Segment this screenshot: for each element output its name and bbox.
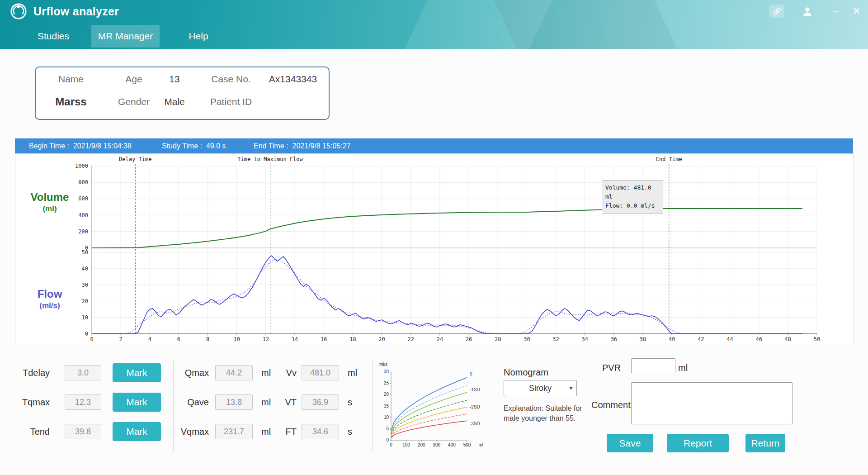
svg-text:4: 4 [148,336,151,342]
svg-text:2: 2 [119,336,123,342]
vv-label: Vv [264,367,297,379]
vv-value: 481.0 [302,365,339,380]
qave-label: Qave [176,396,209,408]
patient-gender-value: Male [164,96,185,107]
mark-tend-button[interactable]: Mark [113,422,161,441]
svg-text:12: 12 [263,336,269,342]
qmax-value: 44.2 [215,365,253,380]
svg-text:600: 600 [78,195,88,202]
save-button[interactable]: Save [607,434,653,452]
uroflow-chart[interactable]: 0246810121416182022242628303234363840424… [15,154,854,344]
svg-text:800: 800 [78,179,88,185]
svg-text:28: 28 [495,336,501,342]
svg-text:22: 22 [408,336,414,342]
vt-label: VT [264,396,297,408]
ft-value: 34.6 [302,424,339,439]
qave-value: 13.8 [215,394,253,410]
pvr-input[interactable] [631,358,675,373]
svg-text:8: 8 [206,336,209,342]
svg-text:1000: 1000 [75,163,88,169]
patient-case-label: Case No. [211,74,251,85]
vt-value: 36.9 [302,394,339,410]
return-button[interactable]: Return [745,434,785,452]
nomogram-select[interactable]: Siroky ▾ [504,380,577,396]
ft-unit: s [348,426,352,437]
nomogram-selected-value: Siroky [529,384,552,393]
svg-text:Delay Time: Delay Time [119,156,151,162]
svg-text:20: 20 [378,336,385,342]
svg-text:0: 0 [85,331,88,337]
menu-mr-manager[interactable]: MR Manager [91,25,160,48]
svg-text:200: 200 [78,228,88,235]
svg-text:30: 30 [524,336,530,342]
tdelay-value: 3.0 [65,365,101,380]
tend-label: Tend [17,426,50,437]
vv-unit: ml [348,367,357,379]
tooltip-volume: Volume: 481.0 ml [605,183,660,201]
study-time: Study Time :49.0 s [162,138,226,153]
volume-axis-title: Volume [24,191,75,204]
patient-age-value: 13 [169,74,179,85]
svg-text:26: 26 [466,336,472,342]
patient-name-label: Name [58,74,84,85]
app-logo-icon [9,2,28,21]
comments-textarea[interactable] [631,382,793,424]
svg-text:50: 50 [814,336,820,342]
svg-text:24: 24 [437,336,443,342]
svg-text:0: 0 [470,371,472,376]
mark-tdelay-button[interactable]: Mark [113,363,161,382]
pvr-unit: ml [678,362,688,374]
title-bar: Urflow analyzer – × Studies MR Manager H… [0,0,868,49]
comments-label: Comments [591,399,635,411]
svg-text:6: 6 [177,336,180,342]
study-time-bar: Begin Time :2021/9/8 15:04:38 Study Time… [15,138,853,153]
svg-text:32: 32 [552,336,559,342]
nomogram-title: Nomogram [504,366,548,378]
svg-text:0: 0 [386,437,389,442]
svg-text:38: 38 [640,336,646,342]
app-title: Urflow analyzer [33,5,119,18]
svg-text:10: 10 [234,336,240,342]
nomogram-chart: 0510152025300100200300400500ml/sml0-1SD-… [377,359,495,451]
tooltip-flow: Flow: 0.0 ml/s [605,201,660,210]
user-icon[interactable] [802,5,813,18]
link-button[interactable] [769,5,784,18]
svg-text:End Time: End Time [656,156,682,162]
tqmax-label: Tqmax [17,396,50,408]
svg-text:16: 16 [321,336,327,342]
svg-text:ml/s: ml/s [379,362,387,367]
svg-text:30: 30 [384,369,389,374]
menu-help[interactable]: Help [186,25,211,48]
svg-text:15: 15 [384,404,389,408]
svg-text:5: 5 [386,426,389,431]
svg-text:0: 0 [90,336,93,342]
begin-time: Begin Time :2021/9/8 15:04:38 [29,138,132,153]
chevron-down-icon: ▾ [570,385,572,391]
menu-studies[interactable]: Studies [34,25,72,48]
tend-value: 39.8 [65,424,101,439]
app-window: Urflow analyzer – × Studies MR Manager H… [0,0,868,475]
link-icon [772,6,782,16]
tdelay-label: Tdelay [17,367,50,379]
close-button[interactable]: × [850,4,863,18]
divider [173,360,174,451]
qmax-label: Qmax [176,367,209,379]
divider [372,360,373,451]
svg-text:14: 14 [292,336,298,342]
svg-text:46: 46 [755,336,762,342]
svg-text:30: 30 [82,282,88,288]
report-button[interactable]: Report [667,434,729,452]
svg-text:48: 48 [785,336,791,342]
patient-age-label: Age [125,74,142,85]
vqmax-value: 231.7 [215,424,253,439]
ft-label: FT [264,426,297,437]
svg-text:100: 100 [402,442,410,447]
svg-text:-1SD: -1SD [470,387,480,392]
svg-text:20: 20 [384,392,389,397]
minimize-button[interactable]: – [830,4,842,18]
svg-text:0: 0 [390,442,392,447]
uroflow-chart-panel: 0246810121416182022242628303234363840424… [15,153,854,344]
mark-tqmax-button[interactable]: Mark [113,393,161,412]
patient-case-value: Ax1343343 [269,74,317,85]
flow-axis-title: Flow [24,288,75,300]
